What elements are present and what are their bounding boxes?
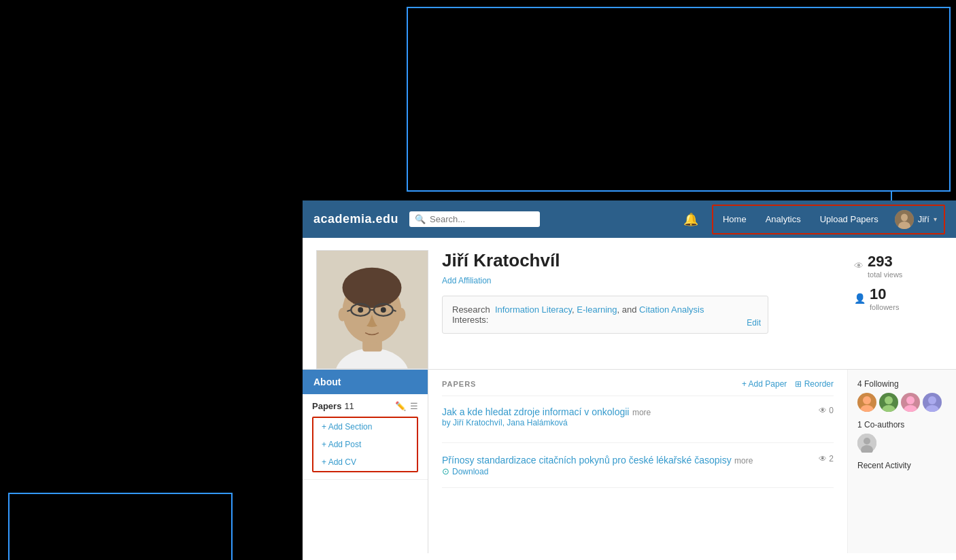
eye-icon: 👁 [854, 260, 864, 271]
papers-sidebar-section: Papers 11 ✏️ ☰ + Add Section + Add Post … [303, 394, 428, 480]
profile-section: Jiří Kratochvíl Add Affiliation Research… [303, 238, 956, 370]
add-affiliation-link[interactable]: Add Affiliation [442, 276, 492, 285]
download-icon: ⊙ [442, 466, 449, 476]
notification-bell-icon[interactable]: 🔔 [681, 209, 701, 230]
paper-1-info: Jak a kde hledat zdroje informací v onko… [442, 406, 651, 432]
papers-sidebar-icons: ✏️ ☰ [395, 401, 418, 411]
coauthor-avatar-1[interactable] [857, 434, 876, 453]
reorder-button[interactable]: ⊞ Reorder [795, 379, 834, 389]
eye-icon-2: 👁 [819, 454, 827, 463]
edit-interests-link[interactable]: Edit [747, 318, 761, 328]
paper-1-title-row: Jak a kde hledat zdroje informací v onko… [442, 406, 651, 418]
user-menu[interactable]: Jiří ▾ [888, 206, 944, 233]
add-post-item[interactable]: + Add Post [313, 436, 417, 453]
add-cv-item[interactable]: + Add CV [313, 453, 417, 471]
following-avatar-3[interactable] [901, 393, 920, 412]
reorder-papers-icon[interactable]: ☰ [410, 401, 418, 411]
following-avatar-2[interactable] [879, 393, 898, 412]
research-interests-prefix: Research [452, 304, 492, 315]
navbar-nav: Home Analytics Upload Papers Jiří ▾ [712, 205, 945, 234]
paper-2-view-count: 2 [829, 454, 834, 463]
search-input[interactable] [430, 214, 534, 224]
following-section: 4 Following [857, 379, 946, 412]
paper-2-views: 👁 2 [819, 454, 834, 463]
top-black-area [0, 0, 956, 200]
following-avatars [857, 393, 946, 412]
paper-2-info: Přínosy standardizace citačních pokynů p… [442, 454, 753, 476]
views-stat: 👁 293 total views [854, 253, 942, 279]
svg-point-18 [860, 405, 874, 412]
add-paper-button[interactable]: + Add Paper [742, 379, 787, 389]
svg-point-20 [882, 405, 895, 412]
paper-1-title[interactable]: Jak a kde hledat zdroje informací v onko… [442, 406, 629, 417]
interest-link-2[interactable]: E-learning [577, 304, 617, 315]
user-name: Jiří [918, 214, 929, 224]
download-label[interactable]: Download [452, 467, 488, 476]
paper-row-1: Jak a kde hledat zdroje informací v onko… [442, 406, 834, 432]
papers-main: PAPERS + Add Paper ⊞ Reorder Jak a kde h… [428, 370, 847, 553]
paper-2-title-row: Přínosy standardizace citačních pokynů p… [442, 454, 753, 466]
paper-row-2: Přínosy standardizace citačních pokynů p… [442, 454, 834, 476]
interest-link-3[interactable]: Citation Analysis [639, 304, 704, 315]
svg-point-23 [928, 396, 936, 404]
home-nav-item[interactable]: Home [713, 210, 756, 228]
profile-stats: 👁 293 total views 👤 10 followers [854, 250, 942, 369]
profile-photo [316, 250, 428, 369]
svg-point-13 [358, 307, 363, 313]
svg-point-7 [343, 268, 402, 308]
paper-2-title[interactable]: Přínosy standardizace citačních pokynů p… [442, 455, 732, 466]
chevron-down-icon: ▾ [934, 215, 937, 223]
paper-item: Jak a kde hledat zdroje informací v onko… [442, 406, 834, 443]
navbar: academia.edu 🔍 🔔 Home Analytics Upload P… [303, 200, 956, 238]
papers-sidebar-title: Papers [312, 401, 341, 411]
svg-point-17 [863, 396, 871, 404]
coauthors-section: 1 Co-authors [857, 420, 946, 453]
lower-area: About Papers 11 ✏️ ☰ + Add Section + Add… [303, 370, 956, 553]
paper-1-authors[interactable]: by Jiří Kratochvíl, Jana Halámková [442, 418, 651, 427]
papers-sidebar-count: 11 [344, 401, 354, 411]
paper-1-view-count: 0 [829, 406, 834, 415]
avatar [895, 210, 914, 229]
following-avatar-4[interactable] [923, 393, 942, 412]
right-stats-panel: 4 Following 1 Co-au [847, 370, 956, 553]
svg-point-21 [906, 396, 915, 404]
left-blue-outline-box [8, 493, 233, 560]
papers-heading: PAPERS [442, 380, 476, 388]
following-title: 4 Following [857, 379, 946, 389]
svg-point-14 [381, 307, 386, 313]
svg-point-15 [339, 308, 347, 321]
interests-label: Interests: [452, 315, 488, 325]
svg-point-1 [901, 213, 908, 221]
add-section-item[interactable]: + Add Section [313, 418, 417, 436]
edit-papers-icon[interactable]: ✏️ [395, 401, 406, 411]
eye-icon-1: 👁 [819, 406, 827, 415]
svg-point-24 [925, 405, 939, 412]
about-button[interactable]: About [303, 370, 428, 394]
svg-point-16 [398, 308, 406, 321]
upload-papers-nav-item[interactable]: Upload Papers [810, 210, 888, 228]
left-black-area [0, 200, 303, 560]
svg-point-26 [864, 438, 870, 444]
sidebar: About Papers 11 ✏️ ☰ + Add Section + Add… [303, 370, 428, 553]
svg-point-19 [885, 396, 893, 404]
interests-box: Research Information Literacy, E-learnin… [442, 296, 768, 334]
svg-point-22 [904, 405, 917, 412]
papers-sidebar-header: Papers 11 ✏️ ☰ [312, 401, 418, 411]
analytics-nav-item[interactable]: Analytics [756, 210, 810, 228]
views-label: total views [868, 270, 902, 279]
brand-logo[interactable]: academia.edu [313, 212, 398, 226]
interest-link-1[interactable]: Information Literacy [495, 304, 572, 315]
recent-activity-label: Recent Activity [857, 461, 946, 470]
followers-count: 10 [870, 285, 899, 303]
paper-2-download[interactable]: ⊙ Download [442, 466, 753, 476]
followers-stat: 👤 10 followers [854, 285, 942, 311]
papers-header: PAPERS + Add Paper ⊞ Reorder [442, 379, 834, 396]
profile-name: Jiří Kratochvíl [442, 250, 840, 271]
views-stat-text: 293 total views [868, 253, 902, 279]
search-bar[interactable]: 🔍 [409, 211, 539, 227]
paper-1-more: more [632, 408, 651, 417]
top-blue-outline-box [407, 7, 951, 192]
paper-2-more: more [734, 456, 753, 466]
followers-stat-text: 10 followers [870, 285, 899, 311]
following-avatar-1[interactable] [857, 393, 876, 412]
